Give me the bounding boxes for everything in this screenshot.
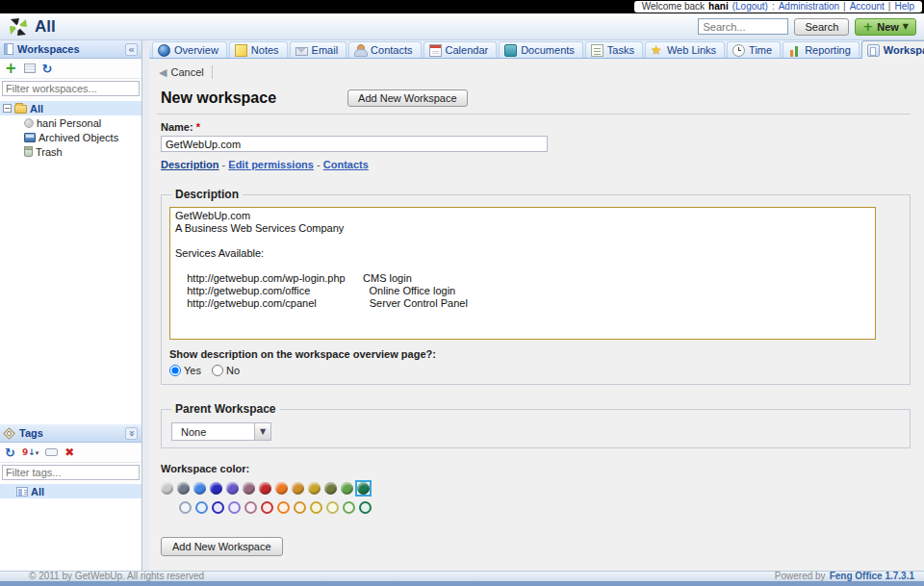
- content-area: ◀ Cancel New workspace Add New Workspace…: [149, 59, 924, 571]
- view-options-icon[interactable]: [24, 64, 36, 73]
- color-swatch-solid[interactable]: [193, 482, 206, 495]
- color-swatch-solid[interactable]: [243, 482, 255, 495]
- refresh-tags-icon[interactable]: ↻: [5, 446, 15, 459]
- radio-no[interactable]: [212, 365, 223, 376]
- color-swatch-ring[interactable]: [277, 501, 290, 514]
- description-textarea[interactable]: GetWebUp.com A Business Web Services Com…: [169, 207, 876, 340]
- search-button[interactable]: Search: [794, 18, 849, 36]
- tree-node-all[interactable]: − All: [0, 101, 141, 115]
- filter-tags-input[interactable]: [2, 465, 140, 480]
- chart-icon: [788, 44, 801, 57]
- tab-label: Overview: [174, 45, 218, 56]
- tab-calendar[interactable]: Calendar: [424, 41, 498, 58]
- feng-office-link[interactable]: Feng Office 1.7.3.1: [830, 572, 914, 581]
- color-swatch-ring[interactable]: [326, 501, 339, 514]
- cancel-button[interactable]: ◀ Cancel: [157, 65, 213, 79]
- tab-email[interactable]: Email: [290, 41, 347, 58]
- tab-notes[interactable]: Notes: [229, 41, 288, 58]
- add-new-workspace-button-top[interactable]: Add New Workspace: [347, 89, 468, 107]
- tree-node-trash[interactable]: Trash: [21, 144, 141, 159]
- tab-tasks[interactable]: Tasks: [585, 41, 643, 58]
- color-swatch-ring[interactable]: [228, 501, 241, 514]
- collapse-node-icon[interactable]: −: [3, 104, 12, 113]
- back-arrow-icon: ◀: [159, 67, 167, 78]
- tree-node-hani-personal[interactable]: hani Personal: [21, 115, 141, 130]
- logo: All: [8, 16, 56, 38]
- color-swatch-cell: [290, 480, 306, 497]
- color-swatch-solid[interactable]: [308, 482, 321, 495]
- required-mark: *: [196, 121, 200, 133]
- combo-trigger-icon[interactable]: ▼: [254, 423, 270, 440]
- color-swatch-ring[interactable]: [261, 501, 273, 514]
- color-swatch-solid[interactable]: [292, 482, 304, 495]
- rename-tag-icon[interactable]: [45, 448, 58, 456]
- color-swatch-ring[interactable]: [179, 501, 192, 514]
- cancel-label: Cancel: [170, 66, 203, 78]
- color-swatch-ring[interactable]: [195, 501, 208, 514]
- footer: © 2011 by GetWebUp. All rights reserved …: [0, 571, 924, 581]
- workspace-dot-icon: [24, 118, 34, 128]
- color-swatch-ring[interactable]: [343, 501, 355, 514]
- tasks-icon: [591, 44, 603, 57]
- tree-node-archived-objects[interactable]: Archived Objects: [21, 130, 141, 144]
- workspaces-panel-icon: [4, 43, 13, 55]
- color-swatch-ring[interactable]: [294, 501, 306, 514]
- tab-overview[interactable]: Overview: [152, 41, 227, 58]
- radio-yes[interactable]: [169, 365, 181, 376]
- username: hani: [708, 1, 729, 13]
- tree-node-label: All: [30, 103, 43, 115]
- color-swatch-solid[interactable]: [275, 482, 288, 495]
- description-link[interactable]: Description: [161, 159, 219, 170]
- new-button[interactable]: + New ▼: [855, 18, 916, 36]
- radio-no-label[interactable]: No: [226, 365, 240, 376]
- color-swatch-solid[interactable]: [210, 482, 222, 495]
- delete-tag-icon[interactable]: ✖: [64, 446, 74, 458]
- tab-reporting[interactable]: Reporting: [783, 41, 860, 58]
- administration-link[interactable]: Administration: [779, 1, 839, 13]
- parent-workspace-select[interactable]: None ▼: [171, 422, 271, 441]
- edit-permissions-link[interactable]: Edit permissions: [228, 159, 314, 170]
- clock-icon: [732, 44, 745, 57]
- search-input[interactable]: [698, 18, 788, 35]
- color-swatch-ring[interactable]: [244, 501, 257, 514]
- tab-time[interactable]: Time: [727, 41, 781, 58]
- color-swatch-cell: [322, 480, 339, 497]
- tab-documents[interactable]: Documents: [499, 41, 583, 58]
- tag-list-icon: [16, 487, 28, 497]
- help-link[interactable]: Help: [894, 1, 914, 13]
- logout-link[interactable]: (Logout): [732, 1, 768, 13]
- sort-tags-icon[interactable]: 9↓▾: [22, 447, 38, 458]
- person-icon: [354, 44, 367, 57]
- color-swatch-solid[interactable]: [226, 482, 239, 495]
- workspaces-tree: − All hani Personal Archived Objects Tra…: [0, 98, 141, 159]
- tags-toolbar: ↻ 9↓▾ ✖: [0, 443, 141, 463]
- contacts-link[interactable]: Contacts: [323, 159, 369, 170]
- tab-contacts[interactable]: Contacts: [348, 41, 421, 58]
- sidebar-splitter[interactable]: [142, 40, 149, 571]
- tab-label: Time: [749, 45, 772, 56]
- tab-web-links[interactable]: Web Links: [645, 41, 725, 58]
- color-swatch-solid[interactable]: [341, 482, 353, 495]
- color-swatch-solid[interactable]: [259, 482, 271, 495]
- color-swatch-ring[interactable]: [359, 501, 372, 514]
- filter-workspaces-input[interactable]: [2, 81, 140, 96]
- color-swatch-ring[interactable]: [212, 501, 224, 514]
- parent-workspace-value: None: [172, 423, 254, 440]
- add-workspace-icon[interactable]: +: [5, 63, 17, 75]
- refresh-workspaces-icon[interactable]: ↻: [42, 63, 53, 75]
- color-swatch-solid[interactable]: [324, 482, 337, 495]
- add-new-workspace-button-bottom[interactable]: Add New Workspace: [161, 537, 283, 556]
- account-link[interactable]: Account: [850, 1, 885, 13]
- color-swatch-solid[interactable]: [161, 482, 173, 495]
- parent-workspace-legend: Parent Workspace: [171, 402, 280, 416]
- radio-yes-label[interactable]: Yes: [184, 365, 201, 376]
- workspace-name-input[interactable]: [161, 136, 548, 152]
- collapse-tags-icon[interactable]: «: [125, 426, 138, 439]
- collapse-sidebar-icon[interactable]: «: [125, 43, 138, 56]
- tab-workspace[interactable]: Workspace×: [861, 40, 924, 59]
- color-swatch-ring[interactable]: [310, 501, 322, 514]
- welcome-text: Welcome back: [642, 1, 705, 13]
- color-swatch-solid[interactable]: [177, 482, 190, 495]
- tag-item-all[interactable]: All: [0, 484, 141, 498]
- color-swatch-solid[interactable]: [357, 482, 370, 495]
